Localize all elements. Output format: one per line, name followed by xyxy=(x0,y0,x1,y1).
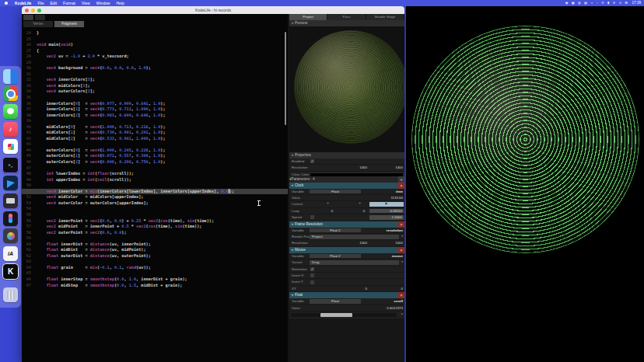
pause-button[interactable]: » xyxy=(356,202,363,206)
add-parameter-button[interactable]: + xyxy=(398,176,404,183)
wifi-icon[interactable]: ≋ xyxy=(613,0,616,6)
screen-record-icon[interactable]: ◉ xyxy=(565,0,569,6)
dock-icon-messages[interactable] xyxy=(3,104,18,119)
menu-item-edit[interactable]: Edit xyxy=(50,0,57,6)
dock-icon-figma[interactable] xyxy=(3,211,18,226)
checkbox[interactable]: ✓ xyxy=(310,159,314,163)
value-field[interactable]: 1.0000 xyxy=(369,215,404,220)
dock-icon-trash[interactable] xyxy=(3,287,18,302)
add-pass-tab[interactable] xyxy=(35,15,45,20)
control-center-icon[interactable]: ☰ xyxy=(625,0,628,6)
code-text: void main(void) xyxy=(37,42,73,48)
parameter-header-float[interactable]: ▾Float× xyxy=(289,292,404,298)
menu-item-format[interactable]: Format xyxy=(63,0,75,6)
value-field[interactable]: 1400 xyxy=(395,165,403,170)
dropdown[interactable]: Project xyxy=(310,235,399,239)
dock-icon-kodelife[interactable]: K xyxy=(2,263,19,280)
code-line-43: 43 xyxy=(22,141,288,148)
value-field[interactable]: 1133.84 xyxy=(390,195,403,200)
menu-item-view[interactable]: View xyxy=(82,0,90,6)
type-dropdown[interactable]: Float 2 xyxy=(310,254,361,259)
camera-icon[interactable]: ◍ xyxy=(578,0,581,6)
display-icon[interactable]: ▣ xyxy=(572,0,575,6)
menu-item-help[interactable]: Help xyxy=(116,0,124,6)
apple-icon[interactable] xyxy=(5,2,8,5)
menu-item-window[interactable]: Window xyxy=(96,0,110,6)
inspector-tab-shader-stage[interactable]: Shader Stage xyxy=(366,14,404,20)
editor-scrollbar[interactable] xyxy=(285,32,286,125)
parameter-header-clock[interactable]: ▾Clock× xyxy=(289,183,404,189)
value-field[interactable]: 0 xyxy=(401,286,403,291)
delete-parameter-button[interactable]: × xyxy=(398,292,404,298)
code-line-24: 24} xyxy=(22,30,288,37)
shader-output-window[interactable] xyxy=(406,5,644,362)
inspector-tab-project[interactable]: Project xyxy=(289,14,327,20)
value-field[interactable]: 1000 xyxy=(395,240,403,245)
window-titlebar[interactable]: KodeLife - hi records xyxy=(22,6,404,14)
value-field[interactable]: 0.6022373 xyxy=(387,305,403,311)
value-field[interactable]: 1000 xyxy=(313,240,367,245)
parameter-header-frame-resolution[interactable]: ▾Frame Resolution× xyxy=(289,221,404,228)
battery-icon[interactable]: ▮ xyxy=(607,0,609,6)
checkbox[interactable]: ✓ xyxy=(310,267,314,271)
checkbox[interactable] xyxy=(310,273,314,277)
variable-name[interactable]: mouse xyxy=(392,253,403,259)
parameter-title: Float xyxy=(295,293,303,297)
chevron-right-icon: ▸ xyxy=(401,312,403,317)
code-editor[interactable]: VertexFragment 24}2526void main(void)27{… xyxy=(22,14,288,362)
delete-parameter-button[interactable]: × xyxy=(398,247,404,253)
loop-value-field[interactable]: 4.28210 xyxy=(369,209,404,214)
menu-item-file[interactable]: File xyxy=(37,0,44,6)
tab-vertex[interactable]: Vertex xyxy=(23,21,53,27)
search-icon[interactable]: ⊙ xyxy=(619,0,622,6)
inspector-tab-pass[interactable]: Pass xyxy=(327,14,365,20)
parameters-section-header[interactable]: ▾Parameters : 4 + xyxy=(289,176,404,183)
dock-icon-mail[interactable] xyxy=(3,193,18,208)
delete-parameter-button[interactable]: × xyxy=(398,221,404,228)
properties-section-header[interactable]: ▾Properties xyxy=(289,152,404,158)
type-dropdown[interactable]: Float 2 xyxy=(310,228,361,233)
do-not-disturb-icon[interactable]: ◔ xyxy=(596,0,598,6)
slider-track[interactable] xyxy=(291,313,397,317)
dock-icon-chrome[interactable] xyxy=(3,86,18,101)
tab-fragment[interactable]: Fragment xyxy=(54,21,84,27)
chat-icon[interactable]: ◖ xyxy=(590,0,593,6)
phone-icon[interactable]: ✆ xyxy=(601,0,604,6)
parameter-title: Frame Resolution xyxy=(295,222,323,226)
parameter-header-mouse[interactable]: ▾Mouse× xyxy=(289,247,404,253)
panel-row-control: Control«»▶ xyxy=(289,201,404,207)
line-number: 42 xyxy=(22,136,31,142)
dock-icon-slack[interactable] xyxy=(3,139,18,154)
dock-icon-music[interactable]: ♪ xyxy=(3,122,18,137)
dock-icon-ia-writer[interactable]: iA xyxy=(3,246,18,261)
code-line-35: 35 xyxy=(22,95,288,101)
menu-item-kodelife[interactable]: KodeLife xyxy=(15,0,31,6)
dock-icon-finder[interactable] xyxy=(3,69,18,84)
dock-icon-terminal[interactable]: >_ xyxy=(2,157,19,173)
line-number: 37 xyxy=(22,106,31,113)
dock-icon-photos-app[interactable] xyxy=(3,228,18,243)
code-text-area[interactable]: 24}2526void main(void)27{28 vec2 uv = -1… xyxy=(22,30,288,288)
checkbox[interactable] xyxy=(310,280,314,284)
variable-name[interactable]: resolution xyxy=(387,228,403,233)
code-text: vec2 midPoint = innerPoint + 0.5 * vec2(… xyxy=(37,224,201,230)
dropdown[interactable]: Drag xyxy=(310,260,399,265)
type-dropdown[interactable]: Float xyxy=(310,190,361,194)
play-button[interactable]: ▶ xyxy=(369,202,404,207)
value-field[interactable]: 1400 xyxy=(313,165,367,170)
value-field[interactable]: 0 xyxy=(313,286,367,291)
preview-section-header[interactable]: ▾Preview xyxy=(289,20,404,26)
rewind-button[interactable]: « xyxy=(324,202,331,206)
checkbox[interactable] xyxy=(310,215,314,219)
delete-parameter-button[interactable]: × xyxy=(398,183,404,189)
variable-name[interactable]: scroll xyxy=(394,298,403,304)
pass-tab[interactable] xyxy=(23,15,33,20)
keyboard-icon[interactable]: ▤ xyxy=(584,0,587,6)
panel-row-variant: VariantDrag▾ xyxy=(289,259,404,266)
variable-name[interactable]: time xyxy=(396,189,403,194)
dock-icon-code-app[interactable] xyxy=(3,176,18,190)
row-label: Value xyxy=(292,195,300,200)
type-dropdown[interactable]: Float xyxy=(310,299,361,304)
slider-handle[interactable] xyxy=(320,313,352,317)
loop-start-field[interactable]: 0 xyxy=(324,208,340,214)
